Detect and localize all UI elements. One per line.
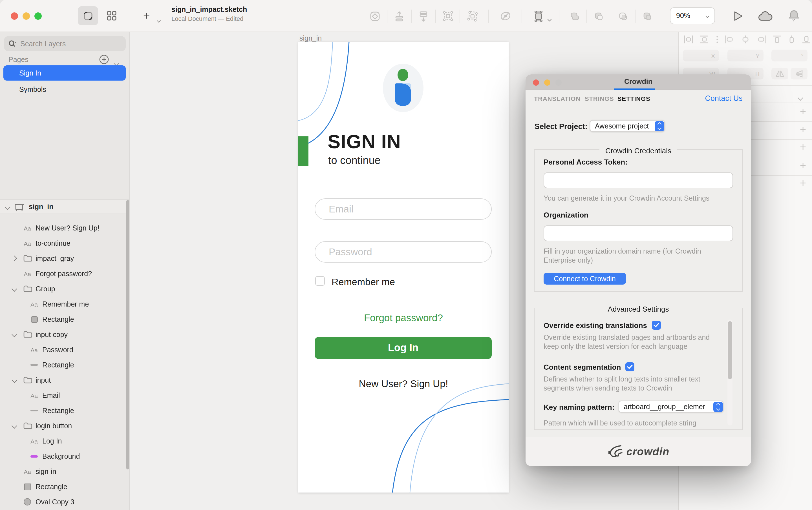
y-position-field[interactable]: Y bbox=[727, 50, 763, 61]
zoom-level-dropdown[interactable]: 90% bbox=[670, 7, 715, 24]
align-center-h-icon[interactable] bbox=[741, 35, 751, 44]
password-field[interactable]: Password bbox=[315, 241, 492, 263]
intersect-icon[interactable] bbox=[613, 8, 633, 25]
token-input[interactable] bbox=[544, 173, 733, 188]
add-style-button[interactable]: + bbox=[798, 106, 809, 117]
move-backward-icon[interactable] bbox=[414, 8, 433, 25]
layer-row[interactable]: Background bbox=[0, 449, 129, 464]
tab-translation[interactable]: TRANSLATION bbox=[534, 95, 581, 102]
zoom-window-button[interactable] bbox=[34, 12, 42, 20]
resize-chevron-icon[interactable] bbox=[548, 13, 551, 23]
distribute-horizontal-icon[interactable] bbox=[684, 35, 694, 44]
section-collapse-chevron-icon[interactable] bbox=[799, 92, 803, 102]
forgot-password-link[interactable]: Forgot password? bbox=[298, 312, 509, 324]
grid-view-button[interactable] bbox=[102, 6, 121, 25]
artboard[interactable]: SIGN IN to continue Email Password Remem… bbox=[298, 42, 509, 492]
layer-row[interactable]: Rectangle bbox=[0, 357, 129, 372]
key-naming-dropdown[interactable]: artboard__group__elemer bbox=[618, 401, 723, 413]
layer-row[interactable]: Aasign-in bbox=[0, 464, 129, 479]
layer-row[interactable]: AaLog In bbox=[0, 433, 129, 449]
layer-root-artboard[interactable]: sign_in bbox=[0, 200, 129, 214]
minimize-window-button[interactable] bbox=[23, 12, 30, 20]
distribute-vertical-icon[interactable] bbox=[699, 35, 709, 44]
logo-mark-icon[interactable] bbox=[395, 83, 412, 106]
dialog-scrollbar[interactable] bbox=[727, 320, 732, 425]
sidebar-page-symbols[interactable]: Symbols bbox=[3, 82, 126, 97]
collapse-chevron-icon[interactable] bbox=[11, 286, 17, 292]
layer-row[interactable]: Group bbox=[0, 281, 129, 296]
align-bottom-icon[interactable] bbox=[802, 35, 811, 44]
flip-vertical-button[interactable] bbox=[790, 68, 808, 80]
collapse-chevron-icon[interactable] bbox=[11, 377, 17, 383]
difference-icon[interactable] bbox=[638, 8, 657, 25]
insert-chevron-icon[interactable] bbox=[157, 14, 160, 24]
add-fill-button[interactable]: + bbox=[798, 124, 809, 135]
close-window-button[interactable] bbox=[11, 12, 18, 20]
ungroup-icon[interactable] bbox=[462, 8, 482, 25]
flip-horizontal-button[interactable] bbox=[772, 68, 788, 80]
expand-chevron-icon[interactable] bbox=[11, 256, 17, 261]
layer-row[interactable]: input bbox=[0, 372, 129, 388]
layer-row[interactable]: login button bbox=[0, 418, 129, 433]
layer-row[interactable]: Oval Copy 3 bbox=[0, 494, 129, 509]
email-field[interactable]: Email bbox=[315, 198, 492, 220]
logo-green-dot[interactable] bbox=[398, 69, 408, 81]
collapse-chevron-icon[interactable] bbox=[11, 332, 17, 337]
layer-row[interactable]: AaEmail bbox=[0, 388, 129, 403]
project-select-dropdown[interactable]: Awesome project bbox=[590, 120, 665, 132]
symbol-icon[interactable] bbox=[366, 8, 384, 25]
layer-row[interactable]: Rectangle bbox=[0, 403, 129, 418]
preview-button[interactable] bbox=[732, 10, 744, 24]
canvas-view-button[interactable] bbox=[78, 6, 98, 25]
organization-input[interactable] bbox=[544, 226, 733, 241]
collapse-chevron-icon[interactable] bbox=[11, 423, 17, 428]
align-left-icon[interactable] bbox=[725, 35, 735, 44]
add-shadow-button[interactable]: + bbox=[798, 160, 809, 171]
resize-icon[interactable] bbox=[529, 8, 548, 25]
sidebar-scrollbar[interactable] bbox=[126, 200, 129, 470]
cloud-sync-button[interactable] bbox=[758, 11, 773, 24]
insert-icon[interactable]: + bbox=[143, 9, 150, 23]
sidebar-page-sign-in[interactable]: Sign In bbox=[3, 65, 126, 81]
segmentation-checkbox[interactable] bbox=[625, 362, 634, 371]
design-heading[interactable]: SIGN IN bbox=[328, 131, 401, 153]
override-checkbox[interactable] bbox=[651, 321, 661, 330]
artboard-title[interactable]: sign_in bbox=[299, 34, 322, 42]
rotation-field[interactable]: ° bbox=[772, 50, 808, 61]
tab-strings[interactable]: STRINGS bbox=[585, 95, 614, 102]
more-dots-icon[interactable] bbox=[715, 35, 719, 44]
tab-settings[interactable]: SETTINGS bbox=[617, 95, 650, 102]
add-border-button[interactable]: + bbox=[798, 142, 809, 153]
layer-row[interactable]: AaPassword bbox=[0, 342, 129, 357]
x-position-field[interactable]: X bbox=[683, 50, 719, 61]
search-layers-field[interactable]: Search Layers bbox=[4, 36, 126, 51]
align-middle-v-icon[interactable] bbox=[787, 35, 796, 44]
layer-row[interactable]: AaNew User? Sign Up! bbox=[0, 220, 129, 236]
layer-row[interactable]: impact_gray bbox=[0, 251, 129, 266]
dialog-titlebar[interactable]: Crowdin bbox=[526, 74, 751, 90]
layer-row[interactable]: Rectangle bbox=[0, 312, 129, 327]
layer-row[interactable]: Rectangle bbox=[0, 479, 129, 494]
subtract-icon[interactable] bbox=[589, 8, 608, 25]
align-top-icon[interactable] bbox=[772, 35, 781, 44]
layer-row[interactable]: Aato-continue bbox=[0, 236, 129, 251]
align-right-icon[interactable] bbox=[756, 35, 766, 44]
layer-row[interactable]: AaRemember me bbox=[0, 296, 129, 312]
rotate-icon[interactable] bbox=[496, 8, 515, 25]
connect-to-crowdin-button[interactable]: Connect to Crowdin bbox=[544, 273, 626, 284]
remember-me-label[interactable]: Remember me bbox=[331, 277, 395, 288]
layer-row[interactable]: input copy bbox=[0, 327, 129, 342]
group-icon[interactable] bbox=[438, 8, 457, 25]
move-forward-icon[interactable] bbox=[390, 8, 409, 25]
heading-green-square[interactable] bbox=[298, 137, 309, 166]
contact-us-link[interactable]: Contact Us bbox=[695, 94, 743, 102]
collapse-chevron-icon[interactable] bbox=[5, 204, 10, 210]
add-blur-button[interactable]: + bbox=[798, 178, 809, 189]
union-icon[interactable] bbox=[565, 8, 584, 25]
log-in-button[interactable]: Log In bbox=[315, 337, 492, 359]
sign-up-text[interactable]: New User? Sign Up! bbox=[298, 378, 509, 390]
notifications-button[interactable] bbox=[788, 9, 800, 25]
add-page-button[interactable] bbox=[99, 55, 109, 66]
design-subheading[interactable]: to continue bbox=[328, 154, 381, 167]
layer-row[interactable]: AaForgot password? bbox=[0, 266, 129, 281]
